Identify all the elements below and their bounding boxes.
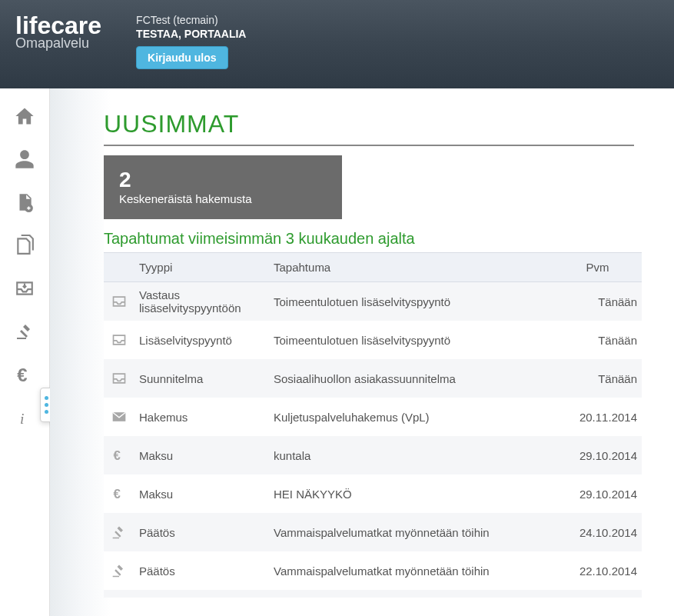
gavel-icon[interactable]: [12, 319, 37, 344]
col-type: Tyyppi: [134, 253, 269, 281]
row-type: Päätös: [134, 526, 269, 539]
row-type: Vastaus lisäselvityspyyntöön: [134, 288, 269, 315]
info-icon[interactable]: i: [12, 405, 37, 430]
row-icon: [104, 332, 134, 348]
row-type: Maksu: [134, 449, 269, 462]
table-row[interactable]: PäätösVammaispalvelumatkat myönnetään tö…: [104, 551, 642, 590]
user-context: FCTest (tecmain): [136, 14, 246, 26]
row-event: Kuljetuspalveluhakemus (VpL): [269, 411, 565, 424]
row-type: Suunnitelma: [134, 372, 269, 385]
summary-label: Keskeneräistä hakemusta: [119, 192, 327, 205]
row-date: 22.10.2014: [565, 564, 642, 578]
table-row[interactable]: PäätösVammaispalvelumatkat myönnetään tö…: [104, 513, 642, 551]
table-row[interactable]: HakemusKuljetuspalveluhakemus (VpL)20.11…: [104, 398, 642, 436]
person-icon[interactable]: [12, 147, 37, 171]
app-logo: lifecare Omapalvelu: [15, 14, 101, 50]
col-event: Tapahtuma: [269, 253, 553, 281]
title-divider: [104, 145, 634, 146]
page-title: UUSIMMAT: [104, 110, 665, 138]
row-event: HEI NÄKYYKÖ: [269, 488, 565, 501]
summary-count: 2: [119, 168, 327, 192]
row-type: Lisäselvityspyyntö: [134, 334, 269, 347]
row-date: 20.11.2014: [565, 411, 642, 424]
row-type: Maksu: [134, 488, 269, 501]
row-icon: [104, 563, 134, 578]
user-name: TESTAA, PORTAALIA: [136, 28, 246, 40]
summary-box[interactable]: 2 Keskeneräistä hakemusta: [104, 155, 342, 219]
row-event: Toimeentulotuen lisäselvityspyyntö: [269, 334, 565, 347]
content-area: UUSIMMAT 2 Keskeneräistä hakemusta Tapah…: [50, 88, 674, 616]
row-event: Toimeentulotuen lisäselvityspyyntö: [269, 295, 565, 308]
documents-icon[interactable]: [12, 233, 37, 258]
row-event: kuntala: [269, 449, 565, 462]
section-title: Tapahtumat viimeisimmän 3 kuukauden ajal…: [104, 230, 665, 248]
row-icon: €: [104, 486, 134, 501]
table-row[interactable]: Vastaus: [104, 590, 642, 598]
table-row[interactable]: €Maksukuntala29.10.2014: [104, 436, 642, 474]
svg-text:€: €: [17, 365, 27, 385]
events-table: Tyyppi Tapahtuma Pvm Vastaus lisäselvity…: [104, 252, 642, 598]
col-date: Pvm: [553, 253, 642, 281]
svg-text:€: €: [114, 448, 121, 463]
inbox-icon[interactable]: [12, 276, 37, 301]
overflow-dot: [45, 403, 48, 407]
row-event: Vammaispalvelumatkat myönnetään töihin: [269, 526, 565, 539]
row-icon: [104, 409, 134, 425]
row-event: Vammaispalvelumatkat myönnetään töihin: [269, 564, 565, 578]
row-date: Tänään: [565, 334, 642, 347]
row-type: Hakemus: [134, 411, 269, 424]
table-body[interactable]: Vastaus lisäselvityspyyntöönToimeentulot…: [104, 282, 642, 598]
row-icon: [104, 371, 134, 386]
svg-text:€: €: [114, 487, 121, 501]
table-row[interactable]: SuunnitelmaSosiaalihuollon asiakassuunni…: [104, 359, 642, 398]
overflow-dot: [45, 396, 48, 400]
table-header: Tyyppi Tapahtuma Pvm: [104, 252, 642, 282]
sidebar: € i: [0, 88, 50, 616]
row-date: 24.10.2014: [565, 526, 642, 539]
euro-icon[interactable]: €: [12, 362, 37, 387]
row-date: Tänään: [565, 372, 642, 385]
row-date: 29.10.2014: [565, 488, 642, 501]
table-row[interactable]: €MaksuHEI NÄKYYKÖ29.10.2014: [104, 474, 642, 513]
overflow-dot: [45, 410, 48, 414]
user-block: FCTest (tecmain) TESTAA, PORTAALIA Kirja…: [136, 14, 246, 69]
row-icon: [104, 524, 134, 540]
table-row[interactable]: Vastaus lisäselvityspyyntöönToimeentulot…: [104, 282, 642, 321]
add-document-icon[interactable]: [12, 190, 37, 215]
row-date: 29.10.2014: [565, 449, 642, 462]
row-date: Tänään: [565, 295, 642, 308]
svg-text:i: i: [20, 411, 24, 427]
logo-sub: Omapalvelu: [15, 37, 101, 50]
table-row[interactable]: LisäselvityspyyntöToimeentulotuen lisäse…: [104, 321, 642, 359]
app-header: lifecare Omapalvelu FCTest (tecmain) TES…: [0, 0, 674, 88]
logout-button[interactable]: Kirjaudu ulos: [136, 46, 227, 69]
home-icon[interactable]: [12, 104, 37, 128]
row-event: Sosiaalihuollon asiakassuunnitelma: [269, 372, 565, 385]
row-type: Päätös: [134, 564, 269, 578]
row-icon: [104, 294, 134, 309]
row-icon: €: [104, 448, 134, 463]
